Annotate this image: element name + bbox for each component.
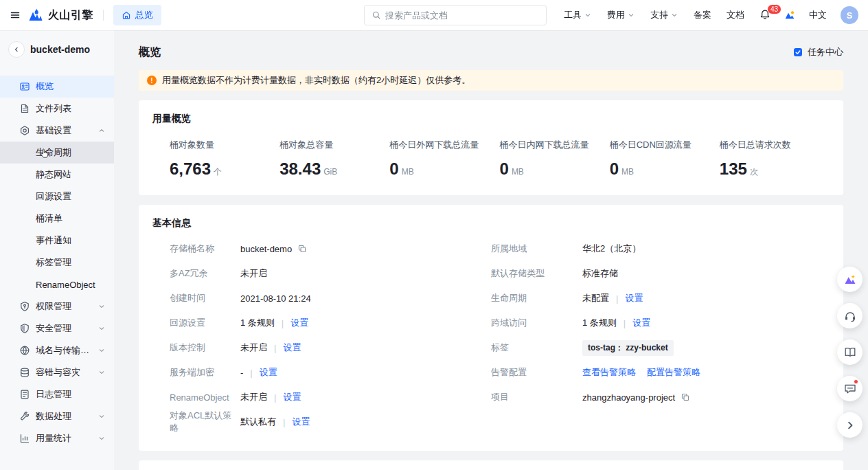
- language-switcher[interactable]: 中文: [809, 9, 827, 21]
- sidebar-item-label: 容错与容灾: [36, 366, 92, 379]
- notice-text: 用量概览数据不作为计费计量数据，非实时数据（约有2小时延迟）仅供参考。: [162, 74, 470, 87]
- sidebar-item-static-website[interactable]: 静态网站: [0, 164, 114, 186]
- chevron-up-icon: [98, 126, 106, 135]
- info-value-wrap: 华北2（北京）: [582, 243, 641, 255]
- copy-icon[interactable]: [297, 244, 307, 254]
- settings-link[interactable]: 设置: [283, 391, 301, 403]
- info-label: 回源设置: [170, 317, 240, 329]
- sidebar-item-label: 标签管理: [36, 256, 106, 269]
- sidebar-item-log-management[interactable]: 日志管理: [0, 383, 114, 405]
- usage-stat: 桶今日CDN回源流量0MB: [610, 139, 720, 179]
- sidebar-item-tag-management[interactable]: 标签管理: [0, 251, 114, 273]
- sidebar-item-usage-statistics[interactable]: 用量统计: [0, 427, 114, 449]
- search-input[interactable]: [385, 10, 539, 21]
- usage-card-title: 用量概览: [152, 113, 830, 125]
- top-header: 火山引擎 总览 企业工具费用支持备案文档 43 中文 S: [0, 0, 868, 30]
- settings-link[interactable]: 设置: [283, 342, 301, 354]
- brand-logo[interactable]: 火山引擎: [27, 7, 93, 23]
- alarm-policy-link[interactable]: 配置告警策略: [647, 366, 700, 379]
- console-overview-button[interactable]: 总览: [113, 5, 161, 25]
- sidebar-item-rename-object[interactable]: RenameObject: [0, 273, 114, 295]
- chevron-down-icon: [584, 11, 592, 19]
- nav-billing[interactable]: 费用: [607, 9, 635, 21]
- sidebar-item-lifecycle[interactable]: 生命周期: [0, 142, 114, 164]
- stat-unit: MB: [512, 167, 524, 177]
- disaster-icon: [19, 367, 30, 378]
- brand-name: 火山引擎: [48, 8, 93, 23]
- settings-link[interactable]: 设置: [625, 292, 643, 304]
- data-icon: [19, 411, 30, 422]
- info-value-wrap: 默认私有|设置: [240, 416, 310, 428]
- sidebar-item-security-management[interactable]: 安全管理: [0, 317, 114, 339]
- notifications-button[interactable]: 43: [760, 9, 770, 22]
- info-value: bucket-demo: [240, 244, 292, 254]
- sidebar-item-label: 数据处理: [36, 410, 92, 423]
- page-header: 概览 任务中心: [139, 44, 843, 60]
- sidebar-item-label: 日志管理: [36, 388, 106, 401]
- info-value: 默认私有: [240, 416, 276, 428]
- sidebar-item-label: 安全管理: [36, 322, 92, 335]
- settings-link[interactable]: 设置: [260, 366, 277, 379]
- nav-label: 备案: [694, 9, 711, 21]
- volcano-flame-icon: [27, 7, 44, 23]
- float-feedback-button[interactable]: [837, 376, 863, 401]
- info-row-default-storage-class: 默认存储类型标准存储: [491, 261, 830, 286]
- info-value: 未开启: [240, 267, 267, 280]
- sidebar-item-basic-settings[interactable]: 基础设置: [0, 120, 114, 142]
- info-row-cors: 跨域访问1 条规则|设置: [491, 311, 830, 335]
- nav-docs[interactable]: 文档: [727, 9, 744, 21]
- hamburger-menu-button[interactable]: [5, 5, 25, 25]
- chevron-down-icon: [98, 302, 106, 311]
- info-label: 项目: [491, 391, 582, 403]
- sidebar-item-overview[interactable]: 概览: [0, 76, 114, 98]
- sidebar-item-fault-tolerance[interactable]: 容错与容灾: [0, 361, 114, 383]
- nav-icp-filing[interactable]: 备案: [694, 9, 711, 21]
- sidebar-item-event-notification[interactable]: 事件通知: [0, 230, 114, 251]
- settings-link[interactable]: 设置: [290, 317, 308, 329]
- sidebar-item-permission-management[interactable]: 权限管理: [0, 295, 114, 317]
- nav-support[interactable]: 支持: [650, 9, 678, 21]
- sidebar-item-bucket-inventory[interactable]: 桶清单: [0, 208, 114, 230]
- usage-stats: 桶对象数量6,763个桶对象总容量38.43GiB桶今日外网下载总流量0MB桶今…: [152, 125, 830, 183]
- chevron-left-icon: [12, 45, 21, 54]
- global-search[interactable]: [364, 5, 547, 25]
- chevron-down-icon: [98, 434, 106, 443]
- benefits-icon[interactable]: [784, 10, 795, 21]
- info-row-origin-settings: 回源设置1 条规则|设置: [170, 311, 491, 335]
- info-label: RenameObject: [170, 392, 240, 403]
- sidebar-item-label: 生命周期: [36, 146, 106, 159]
- sidebar-item-origin-settings[interactable]: 回源设置: [0, 186, 114, 208]
- sidebar-item-domain-acceleration[interactable]: 域名与传输加速: [0, 339, 114, 361]
- nav-label: 文档: [727, 9, 744, 21]
- nav-label: 支持: [650, 9, 668, 21]
- alarm-policy-link[interactable]: 查看告警策略: [582, 366, 636, 379]
- sidebar-item-label: 域名与传输加速: [36, 344, 92, 357]
- info-value: -: [240, 368, 243, 378]
- float-collapse-panel-button[interactable]: [837, 412, 863, 438]
- settings-link[interactable]: 设置: [292, 416, 310, 428]
- task-center-button[interactable]: 任务中心: [792, 46, 843, 58]
- info-value: 未配置: [582, 292, 609, 304]
- assistant-icon: [843, 273, 857, 287]
- float-customer-support-button[interactable]: [837, 303, 863, 328]
- back-button[interactable]: [8, 41, 25, 58]
- stat-label: 桶对象数量: [170, 139, 279, 151]
- top-nav: 企业工具费用支持备案文档: [521, 9, 744, 21]
- sidebar-item-file-list[interactable]: 文件列表: [0, 98, 114, 120]
- info-row-multi-az-redundancy: 多AZ冗余未开启: [170, 261, 491, 286]
- info-value: 1 条规则: [240, 317, 275, 329]
- nav-tools[interactable]: 工具: [564, 9, 592, 21]
- settings-link[interactable]: 设置: [632, 317, 650, 329]
- float-ai-assistant-button[interactable]: [837, 267, 863, 292]
- chevron-down-icon: [627, 11, 635, 19]
- logs-icon: [19, 389, 30, 400]
- usage-overview-card: 用量概览 桶对象数量6,763个桶对象总容量38.43GiB桶今日外网下载总流量…: [139, 100, 843, 195]
- hamburger-icon: [10, 10, 21, 21]
- float-documentation-button[interactable]: [837, 339, 863, 365]
- sidebar-item-data-processing[interactable]: 数据处理: [0, 405, 114, 427]
- avatar[interactable]: S: [841, 6, 858, 24]
- info-col-right: 所属地域华北2（北京）默认存储类型标准存储生命周期未配置|设置跨域访问1 条规则…: [491, 236, 830, 434]
- divider: |: [274, 343, 276, 353]
- info-label: 对象ACL默认策略: [170, 410, 240, 434]
- copy-icon[interactable]: [681, 392, 690, 402]
